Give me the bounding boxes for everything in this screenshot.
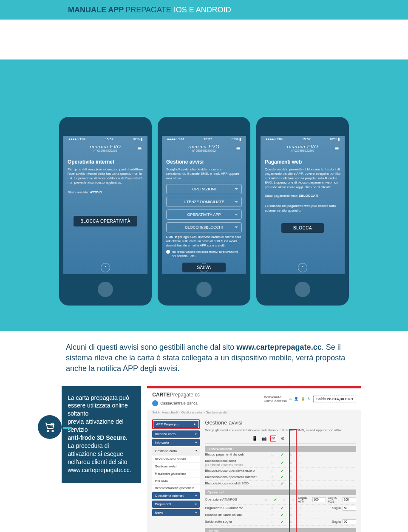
off-icon: ⊘ bbox=[280, 436, 286, 441]
row: Ricarica cellulare da sito bbox=[205, 512, 356, 518]
screen-title: Operatività internet bbox=[68, 159, 143, 165]
web-screenshot: CARTEPrepagate.cc CassaCentrale Banca Be… bbox=[147, 386, 361, 532]
subnav-rendicont[interactable]: Rendicontazione giornaliera bbox=[152, 485, 200, 491]
app-topbar: ricarica EVO n° 035998520262 ≡ bbox=[68, 142, 143, 156]
nav-info[interactable]: Info carta▸ bbox=[152, 439, 200, 446]
bank-dot-icon bbox=[152, 400, 158, 406]
info-box: La carta prepagata può essere utilizzata… bbox=[62, 386, 141, 484]
web-header: CARTEPrepagate.cc CassaCentrale Banca Be… bbox=[147, 388, 361, 410]
home-button[interactable] bbox=[98, 282, 113, 297]
note: Lo sblocco dei pagamenti web può essere … bbox=[265, 204, 340, 213]
soglia-input[interactable] bbox=[343, 506, 356, 511]
soglia-atm-input[interactable] bbox=[312, 497, 326, 502]
row: Blocco pagamenti da web bbox=[205, 452, 356, 458]
home-icon[interactable]: ⌂ bbox=[289, 397, 292, 401]
web-header-right: Benvenuto, Ultimo accesso ⌂ 👤 🔒 ↻ Saldo … bbox=[264, 395, 356, 403]
body-section: Alcuni di questi avvisi sono gestibili a… bbox=[0, 331, 408, 532]
screen-1: ●●●●○ TIM 15:57 82% ▮ ricarica EVO n° 03… bbox=[63, 136, 147, 274]
status-line: Stato pagamenti web: SBLOCCATI bbox=[265, 194, 340, 198]
channel-icons: 📱 📷 ✉ ⊘ bbox=[205, 436, 356, 444]
row: Blocco/sblocco operatività estero bbox=[205, 468, 356, 474]
cost-line: COSTI: per ogni SMS di avviso inviato al… bbox=[166, 235, 242, 247]
nav-pagamenti[interactable]: Pagamenti▸ bbox=[152, 501, 200, 508]
subnav-blocco[interactable]: Blocco/sblocco servizi bbox=[152, 456, 200, 462]
hamburger-icon[interactable]: ≡ bbox=[335, 145, 339, 153]
nav-news[interactable]: News▸ bbox=[152, 509, 200, 516]
home-button[interactable] bbox=[295, 282, 310, 297]
blocca-operativita-button[interactable]: BLOCCA OPERATIVITÀ bbox=[74, 216, 137, 226]
screen-title: Pagamenti web bbox=[265, 159, 340, 165]
lock-icon[interactable]: 🔒 bbox=[301, 397, 305, 401]
saldo: Saldo 28.614,38 EUR bbox=[313, 396, 356, 402]
mail-icon: ✉ bbox=[270, 436, 276, 441]
sms-icon: 📱 bbox=[252, 436, 258, 441]
cam-icon: 📷 bbox=[261, 436, 267, 441]
soglia-input[interactable] bbox=[343, 519, 356, 524]
hdr-t1: MANUALE APP bbox=[68, 6, 124, 14]
status-line: Stato servizio: ATTIVO bbox=[68, 190, 143, 195]
card-number: n° 035998520262 bbox=[68, 149, 143, 152]
page-header: MANUALE APP PREPAGATE IOS E ANDROID bbox=[0, 0, 408, 20]
app-topbar: ricarica EVO n° 035998520262 ≡ bbox=[265, 142, 340, 156]
opt-blocchi[interactable]: BLOCCHI/SBLOCCHI bbox=[166, 222, 242, 232]
row: Saldo sotto soglia Soglia bbox=[205, 518, 356, 526]
up-arrow-icon[interactable]: ⌃ bbox=[101, 263, 110, 272]
hdr-t2: PREPAGATE bbox=[125, 6, 171, 14]
subnav-infosms[interactable]: Info SMS bbox=[152, 478, 200, 484]
red-column-highlight bbox=[289, 429, 297, 532]
screen-3: ●●●●○ TIM 15:57 82% ▮ ricarica EVO n° 03… bbox=[261, 136, 345, 274]
web-logo: CARTEPrepagate.cc bbox=[152, 392, 200, 398]
phone-1: ●●●●○ TIM 15:57 82% ▮ ricarica EVO n° 03… bbox=[59, 117, 152, 306]
user-icon[interactable]: 👤 bbox=[294, 397, 298, 401]
screen-text: Per garantirti maggiore sicurezza, puoi … bbox=[68, 167, 143, 185]
nav-app-prepagate[interactable]: APP Prepagate▸ bbox=[153, 421, 198, 428]
screen-title: Gestione avvisi bbox=[166, 159, 242, 165]
bank-logo: CassaCentrale Banca bbox=[152, 400, 200, 406]
breadcrumb: Sei in: Area clienti > Gestione carta > … bbox=[147, 410, 361, 415]
status-bar: ●●●●○ TIM 15:57 82% ▮ bbox=[265, 136, 340, 142]
status-bar: ●●●●○ TIM 15:57 82% ▮ bbox=[166, 136, 242, 142]
sect-bonifici: Bonifici bbox=[205, 528, 356, 532]
svg-point-0 bbox=[48, 430, 49, 432]
brand: ricarica EVO bbox=[68, 144, 143, 149]
hdr-t3: IOS E ANDROID bbox=[174, 6, 231, 14]
web-sidebar: APP Prepagate▸ Ricarica carta▸ Info cart… bbox=[152, 419, 200, 532]
web-main: Gestione avvisi Scegli gli avvisi che de… bbox=[205, 419, 356, 532]
url: www.carteprepagate.cc bbox=[236, 343, 321, 351]
app-topbar: ricarica EVO n° 035998520262 ≡ bbox=[166, 142, 242, 156]
row: Operazioni ATM/POS Soglia ATMSoglia POS bbox=[205, 495, 356, 505]
hamburger-icon[interactable]: ≡ bbox=[236, 145, 240, 153]
row: Pagamento E-Commerce Soglia bbox=[205, 505, 356, 512]
main-desc: Scegli gli avvisi che desideri ricevere … bbox=[205, 428, 356, 432]
refresh-icon[interactable]: ↻ bbox=[308, 397, 311, 401]
svg-point-1 bbox=[52, 430, 54, 432]
subnav-massimale[interactable]: Massimale giornaliero bbox=[152, 470, 200, 477]
radio-icon[interactable] bbox=[166, 250, 170, 254]
nav-operativita[interactable]: Operatività internet▸ bbox=[152, 492, 200, 499]
blocca-button[interactable]: BLOCCA bbox=[281, 223, 324, 233]
clock: 15:57 bbox=[105, 137, 113, 141]
lead-paragraph: Alcuni di questi avvisi sono gestibili a… bbox=[66, 342, 361, 374]
opt-operazioni[interactable]: OPERAZIONI bbox=[166, 184, 242, 194]
up-arrow-icon[interactable]: ⌃ bbox=[199, 263, 209, 272]
row: Blocco/sblocco addebiti SDD bbox=[205, 481, 356, 487]
hero-phones: ●●●●○ TIM 15:57 82% ▮ ricarica EVO n° 03… bbox=[0, 59, 408, 331]
main-title: Gestione avvisi bbox=[205, 419, 356, 426]
up-arrow-icon[interactable]: ⌃ bbox=[298, 263, 307, 272]
phone-2: ●●●●○ TIM 15:57 82% ▮ ricarica EVO n° 03… bbox=[158, 117, 250, 306]
screen-text: Questo servizio permette di bloccare le … bbox=[265, 167, 340, 190]
status-bar: ●●●●○ TIM 15:57 82% ▮ bbox=[68, 136, 143, 142]
home-button[interactable] bbox=[196, 282, 212, 297]
soglia-pos-input[interactable] bbox=[343, 497, 356, 502]
ack-line[interactable]: Ho preso visione dei costi relativi all'… bbox=[166, 250, 242, 258]
subnav-avvisi[interactable]: Gestione avvisi bbox=[152, 463, 200, 470]
row: Blocco/sblocco carta(da internet o numer… bbox=[205, 458, 356, 468]
highlight-box: APP Prepagate▸ bbox=[152, 419, 200, 429]
opt-operativita-app[interactable]: OPERATIVITÀ APP bbox=[166, 209, 242, 220]
row: Blocco/sblocco operatività internet bbox=[205, 474, 356, 481]
nav-ricarica[interactable]: Ricarica carta▸ bbox=[152, 430, 200, 438]
hamburger-icon[interactable]: ≡ bbox=[138, 145, 142, 153]
nav-gestione[interactable]: Gestione carta▾ bbox=[152, 447, 200, 455]
opt-utenze[interactable]: UTENZE DOMICILIATE bbox=[166, 197, 242, 207]
carrier: ●●●●○ TIM bbox=[68, 137, 85, 141]
